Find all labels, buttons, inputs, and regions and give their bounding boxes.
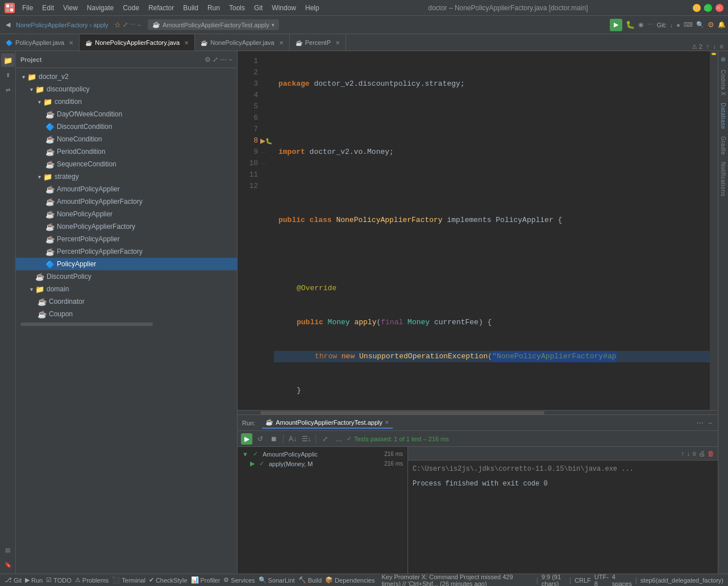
gradle-label[interactable]: Gradle [720,136,726,155]
coverage-icon[interactable]: ◉ [638,21,644,28]
tab-close-none-policy-factory[interactable]: ✕ [184,40,189,46]
menu-navigate[interactable]: Navigate [83,3,118,13]
status-profiler[interactable]: 📊 Profiler [191,576,221,584]
run-expand-btn[interactable]: ⤢ [319,433,331,445]
search-icon[interactable]: 🔍 [696,21,704,28]
tab-policy-applier[interactable]: 🔷 PolicyApplier.java ✕ [0,35,80,51]
menu-git[interactable]: Git [250,3,267,13]
sidebar-close-icon[interactable]: − [228,56,232,64]
fold-icon-9[interactable]: ⋯ [260,149,266,156]
status-git[interactable]: ⎇ Git [5,576,22,584]
breadcrumb-method[interactable]: apply [93,22,108,28]
status-sonarlint[interactable]: 🔍 SonarLint [259,576,295,584]
run-gutter-icon[interactable]: ▶ [260,137,265,145]
translate-icon[interactable]: ⌨ [684,21,693,28]
status-services[interactable]: ⚙ Services [223,576,255,584]
panel-close-icon[interactable]: − [707,418,713,428]
codota-icon[interactable]: ⊕ [721,56,726,63]
settings-icon[interactable]: ⚙ [708,20,714,29]
tree-item-condition[interactable]: ▾ 📁 condition [16,95,237,108]
tab-none-policy-factory[interactable]: ☕ NonePolicyApplierFactory.java ✕ [80,35,195,51]
tree-item-DiscountCondition[interactable]: 🔷 DiscountCondition [16,120,237,133]
codota-label[interactable]: Codota X [720,70,726,96]
activity-commit-icon[interactable]: ⬆ [1,68,15,82]
collapse-icon[interactable]: − [138,22,141,28]
maximize-button[interactable]: □ [704,4,712,12]
status-dependencies[interactable]: 📦 Dependencies [325,576,375,584]
tab-settings-icon[interactable]: ≡ [719,43,723,51]
status-build[interactable]: 🔨 Build [298,576,322,584]
scroll-up-icon[interactable]: ↑ [681,450,684,458]
tree-item-domain[interactable]: ▾ 📁 domain [16,283,237,295]
tab-close-none-policy-applier[interactable]: ✕ [279,40,284,46]
status-checkstyle[interactable]: ✔ CheckStyle [149,576,188,584]
menu-code[interactable]: Code [119,3,143,13]
git-down-icon[interactable]: ↓ [670,22,673,28]
panel-more-icon[interactable]: ⋯ [696,418,705,428]
run-tree-item-1[interactable]: ▶ ✓ apply(Money, M 216 ms [238,459,407,468]
activity-pullreq-icon[interactable]: ⇄ [1,83,15,97]
tree-item-Coupon[interactable]: ☕ Coupon [16,308,237,320]
editor-hscrollbar[interactable] [238,410,718,415]
status-terminal[interactable]: ⬛ Terminal [112,576,145,584]
tree-item-Coordinator[interactable]: ☕ Coordinator [16,295,237,308]
run-dots-btn[interactable]: … [333,433,344,445]
run-rerun-btn[interactable]: ↺ [255,433,266,445]
tab-none-policy-applier[interactable]: ☕ NonePolicyApplier.java ✕ [195,35,290,51]
sidebar-settings-icon[interactable]: ⚙ [205,56,211,64]
tree-item-SequenceCondition[interactable]: ☕ SequenceCondition [16,158,237,170]
output-filter-icon[interactable]: 🖨 [698,450,705,458]
tree-item-PolicyApplier[interactable]: 🔷 PolicyApplier [16,258,237,270]
menu-refactor[interactable]: Refactor [144,3,178,13]
status-todo[interactable]: ☑ TODO [46,576,72,584]
debug-icon[interactable]: 🐛 [626,20,635,29]
tree-item-NonePolicyApplierFactory[interactable]: ☕ NonePolicyApplierFactory [16,220,237,233]
menu-file[interactable]: File [18,3,37,13]
sidebar-more-icon[interactable]: ⋯ [220,56,227,64]
menu-run[interactable]: Run [203,3,224,13]
status-indent[interactable]: 4 spaces [612,574,632,587]
expand-icon[interactable]: ⤢ [123,21,128,28]
activity-structure-icon[interactable]: ▤ [1,543,15,556]
scroll-right-icon[interactable]: ↓ [713,43,716,51]
tree-item-NoneCondition[interactable]: ☕ NoneCondition [16,133,237,145]
close-button[interactable]: ✕ [715,4,723,12]
menu-tools[interactable]: Tools [225,3,249,13]
notifications-icon[interactable]: 🔔 [718,21,726,28]
scroll-down-icon[interactable]: ↓ [687,450,690,458]
tree-item-discountpolicy[interactable]: ▾ 📁 discountpolicy [16,83,237,95]
menu-build[interactable]: Build [179,3,202,13]
sidebar-expand-icon[interactable]: ⤢ [213,56,218,64]
tree-item-DiscountPolicy[interactable]: ☕ DiscountPolicy [16,270,237,283]
tree-item-NonePolicyApplier[interactable]: ☕ NonePolicyApplier [16,208,237,220]
code-area[interactable]: package doctor_v2.discountpolicy.strateg… [274,51,710,410]
back-button[interactable]: ◀ [2,19,14,30]
menu-edit[interactable]: Edit [38,3,58,13]
run-tab-arrow[interactable]: ▾ [272,22,274,28]
notifications-label[interactable]: Notifications [720,162,726,196]
tree-item-PercentPolicyApplier[interactable]: ☕ PercentPolicyApplier [16,233,237,245]
run-tab[interactable]: ☕ AmountPolicyApplierFactoryTest.apply ▾ [148,19,279,30]
run-tree-item-0[interactable]: ▼ ✓ AmountPolicyApplic 216 ms [238,449,407,459]
run-button[interactable]: ▶ [610,19,622,31]
database-label[interactable]: Database [720,103,726,129]
more-run-icon[interactable]: ⋯ [647,21,654,28]
fold-icon-10[interactable]: ⋯ [260,161,266,167]
tree-item-DayOfWeekCondition[interactable]: ☕ DayOfWeekCondition [16,108,237,120]
activity-project-icon[interactable]: 📁 [1,53,15,67]
run-play-btn[interactable]: ▶ [241,433,252,445]
commit-icon[interactable]: ● [676,22,680,28]
menu-view[interactable]: View [59,3,82,13]
tab-percent-policy[interactable]: ☕ PercentP ✕ [290,35,346,51]
bookmark-icon[interactable]: ☆ [114,20,121,29]
run-tab-close[interactable]: ✕ [385,420,389,425]
output-wrap-icon[interactable]: ≡ [692,450,696,458]
breadcrumb-class[interactable]: NonePolicyApplierFactory [16,22,88,28]
tab-close-policy-applier[interactable]: ✕ [69,40,73,46]
activity-bookmark-icon[interactable]: 🔖 [1,558,15,571]
editor-scrollbar[interactable] [710,51,718,410]
tree-item-PercentPolicyApplierFactory[interactable]: ☕ PercentPolicyApplierFactory [16,245,237,258]
run-sort-btn[interactable]: A↓ [287,433,298,445]
run-filter-btn[interactable]: ☰↓ [301,433,312,445]
output-clear-icon[interactable]: 🗑 [708,450,714,458]
